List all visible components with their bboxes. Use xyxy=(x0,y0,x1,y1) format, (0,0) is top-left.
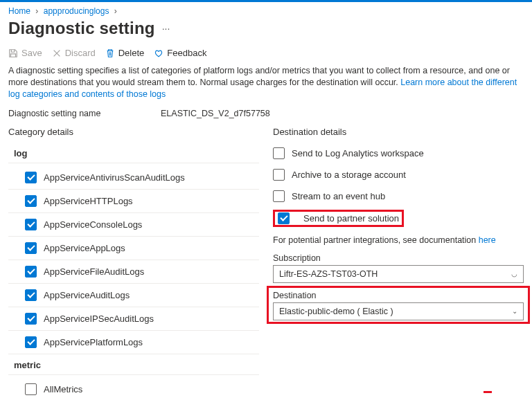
page-title: Diagnostic setting xyxy=(8,19,155,38)
checkbox[interactable] xyxy=(273,147,285,159)
category-details-section: Category details log AppServiceAntivirus… xyxy=(8,127,259,401)
checkbox[interactable] xyxy=(25,383,37,395)
breadcrumb-home[interactable]: Home xyxy=(8,6,30,16)
dest-label: Send to Log Analytics workspace xyxy=(292,148,424,158)
breadcrumb: Home › appproducinglogs › xyxy=(0,2,532,17)
log-row: AppServiceConsoleLogs xyxy=(8,213,259,237)
partner-info-text: For potential partner integrations, see … xyxy=(273,231,524,252)
setting-name-label: Diagnostic setting name xyxy=(8,109,161,118)
dest-option-law: Send to Log Analytics workspace xyxy=(273,143,524,164)
feedback-button[interactable]: Feedback xyxy=(154,48,206,58)
chevron-down-icon: ⌄ xyxy=(512,307,517,315)
breadcrumb-resource[interactable]: appproducinglogs xyxy=(44,6,109,16)
destination-details-heading: Destination details xyxy=(273,127,524,137)
subscription-select[interactable]: Liftr-ES-AZS-TST03-OTH ◡ xyxy=(273,265,524,283)
destination-details-section: Destination details Send to Log Analytic… xyxy=(273,127,524,401)
metric-subheading: metric xyxy=(8,354,259,375)
checkbox[interactable] xyxy=(25,289,37,301)
highlight-destination: Destination Elastic-public-demo ( Elasti… xyxy=(267,286,530,324)
chevron-right-icon: › xyxy=(35,6,38,16)
dest-label: Send to partner solution xyxy=(303,213,399,224)
dest-label: Stream to an event hub xyxy=(292,191,385,201)
delete-button[interactable]: Delete xyxy=(105,48,145,58)
destination-select[interactable]: Elastic-public-demo ( Elastic ) ⌄ xyxy=(273,302,524,320)
checkbox[interactable] xyxy=(278,212,290,224)
checkbox[interactable] xyxy=(25,336,37,348)
metric-row: AllMetrics xyxy=(8,378,259,401)
annotation-mark xyxy=(484,391,492,393)
log-label: AppServiceConsoleLogs xyxy=(44,219,142,230)
log-label: AppServiceAuditLogs xyxy=(44,290,130,300)
highlight-partner: Send to partner solution xyxy=(273,210,404,227)
checkbox[interactable] xyxy=(273,169,285,181)
category-details-heading: Category details xyxy=(8,127,259,137)
log-row: AppServicePlatformLogs xyxy=(8,331,259,354)
log-label: AppServicePlatformLogs xyxy=(44,337,143,347)
checkbox[interactable] xyxy=(25,313,37,325)
dest-option-eventhub: Stream to an event hub xyxy=(273,185,524,207)
log-row: AppServiceAntivirusScanAuditLogs xyxy=(8,166,259,190)
discard-button[interactable]: Discard xyxy=(52,48,96,58)
checkbox[interactable] xyxy=(25,242,37,254)
command-bar: Save Discard Delete Feedback xyxy=(0,45,532,65)
destination-value: Elastic-public-demo ( Elastic ) xyxy=(279,307,393,316)
setting-name-value: ELASTIC_DS_V2_d7f57758 xyxy=(161,109,270,118)
log-row: AppServiceIPSecAuditLogs xyxy=(8,307,259,331)
dest-label: Archive to a storage account xyxy=(292,170,406,180)
checkbox[interactable] xyxy=(25,195,37,207)
loading-icon: ◡ xyxy=(511,270,517,278)
description-text: A diagnostic setting specifies a list of… xyxy=(0,65,532,107)
subscription-label: Subscription xyxy=(273,252,524,265)
log-label: AppServiceIPSecAuditLogs xyxy=(44,313,154,324)
chevron-right-icon: › xyxy=(114,6,117,16)
checkbox[interactable] xyxy=(25,172,37,183)
heart-icon xyxy=(154,48,163,58)
dest-option-storage: Archive to a storage account xyxy=(273,164,524,185)
log-label: AppServiceAntivirusScanAuditLogs xyxy=(44,172,185,183)
save-icon xyxy=(8,48,18,58)
log-label: AppServiceAppLogs xyxy=(44,243,125,253)
log-row: AppServiceAuditLogs xyxy=(8,284,259,307)
more-actions-button[interactable]: ··· xyxy=(162,23,170,34)
close-icon xyxy=(52,48,62,58)
checkbox[interactable] xyxy=(25,266,37,278)
log-row: AppServiceAppLogs xyxy=(8,237,259,260)
log-label: AppServiceFileAuditLogs xyxy=(44,266,144,277)
metric-label: AllMetrics xyxy=(44,384,82,394)
subscription-value: Liftr-ES-AZS-TST03-OTH xyxy=(279,269,378,279)
destination-label: Destination xyxy=(273,289,524,302)
log-subheading: log xyxy=(8,143,259,163)
log-label: AppServiceHTTPLogs xyxy=(44,196,133,206)
dest-option-partner: Send to partner solution xyxy=(278,212,399,224)
delete-icon xyxy=(105,48,115,58)
checkbox[interactable] xyxy=(25,219,37,230)
partner-doc-link[interactable]: here xyxy=(479,235,496,245)
log-row: AppServiceHTTPLogs xyxy=(8,190,259,213)
log-row: AppServiceFileAuditLogs xyxy=(8,260,259,284)
checkbox[interactable] xyxy=(273,190,285,202)
save-button[interactable]: Save xyxy=(8,48,42,58)
